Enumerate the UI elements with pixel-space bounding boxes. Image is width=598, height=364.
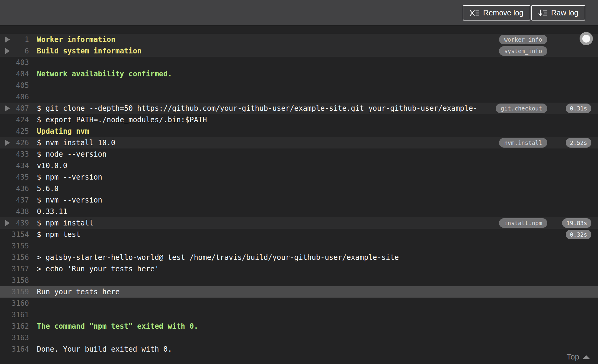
raw-log-button[interactable]: Raw log <box>531 5 585 21</box>
log-line-text: > gatsby-starter-hello-world@ test /home… <box>37 252 399 263</box>
log-row: 437 $ nvm --version <box>0 194 598 206</box>
step-badge: system_info <box>499 46 547 56</box>
line-number[interactable]: 3155 <box>0 240 29 252</box>
log-line-text: $ npm --version <box>37 171 102 183</box>
log-row: 3162 The command "npm test" exited with … <box>0 321 598 332</box>
log-line-text: 0.33.11 <box>37 206 67 217</box>
log-row: 405 <box>0 80 598 91</box>
log-line-text: The command "npm test" exited with 0. <box>37 321 198 332</box>
log-row: 3164 Done. Your build exited with 0. <box>0 343 598 355</box>
log-row: 404 Network availability confirmed. <box>0 68 598 80</box>
build-log: 1 Worker information worker_info 6 Build… <box>0 27 598 364</box>
log-row: 6 Build system information system_info <box>0 45 598 57</box>
log-line-text: > echo 'Run your tests here' <box>37 263 159 275</box>
line-number[interactable]: 3159 <box>0 286 29 298</box>
top-label: Top <box>567 352 579 362</box>
log-line-text: 5.6.0 <box>37 183 59 194</box>
raw-log-icon <box>538 9 547 17</box>
log-row: 439 $ npm install install.npm 19.83s <box>0 217 598 229</box>
log-line-text: v10.0.0 <box>37 160 67 171</box>
scroll-indicator[interactable] <box>580 32 593 45</box>
log-line-text: $ npm install <box>37 217 94 229</box>
line-number[interactable]: 3156 <box>0 252 29 263</box>
log-row: 436 5.6.0 <box>0 183 598 194</box>
duration-badge: 19.83s <box>562 218 591 228</box>
line-number[interactable]: 405 <box>0 80 29 91</box>
line-number[interactable]: 6 <box>0 45 29 57</box>
log-row: 3160 <box>0 298 598 309</box>
log-row: 406 <box>0 91 598 103</box>
log-line-text: $ npm test <box>37 229 81 240</box>
step-badge: install.npm <box>499 218 547 228</box>
line-number[interactable]: 3161 <box>0 309 29 321</box>
log-row: 3161 <box>0 309 598 321</box>
scroll-indicator-dot <box>582 35 590 43</box>
log-row: 426 $ nvm install 10.0 nvm.install 2.52s <box>0 137 598 148</box>
step-badge: nvm.install <box>499 138 547 148</box>
log-line-text: $ export PATH=./node_modules/.bin:$PATH <box>37 114 207 126</box>
log-row: 1 Worker information worker_info <box>0 34 598 45</box>
log-line-text: Updating nvm <box>37 126 89 137</box>
log-row: 403 <box>0 57 598 68</box>
remove-log-button[interactable]: Remove log <box>463 5 530 21</box>
log-row: 425 Updating nvm <box>0 126 598 137</box>
line-number[interactable]: 438 <box>0 206 29 217</box>
log-line-text: Network availability confirmed. <box>37 68 172 80</box>
remove-log-icon <box>470 9 479 17</box>
line-number[interactable]: 3160 <box>0 298 29 309</box>
log-line-text: $ node --version <box>37 148 107 160</box>
line-number[interactable]: 406 <box>0 91 29 103</box>
remove-log-label: Remove log <box>483 8 523 17</box>
line-number[interactable]: 3163 <box>0 332 29 343</box>
log-line-text: Done. Your build exited with 0. <box>37 343 172 355</box>
line-number[interactable]: 407 <box>0 103 29 114</box>
log-row: 407 $ git clone --depth=50 https://githu… <box>0 103 598 114</box>
log-line-text: $ nvm install 10.0 <box>37 137 115 148</box>
log-row: 3163 <box>0 332 598 343</box>
duration-badge: 0.32s <box>566 230 591 239</box>
log-row: 3156 > gatsby-starter-hello-world@ test … <box>0 252 598 263</box>
log-row: 435 $ npm --version <box>0 171 598 183</box>
duration-badge: 0.31s <box>566 104 591 113</box>
log-row: 438 0.33.11 <box>0 206 598 217</box>
log-line-text: $ git clone --depth=50 https://github.co… <box>37 103 477 114</box>
scroll-to-top-link[interactable]: Top <box>567 352 590 362</box>
log-row: 3155 <box>0 240 598 252</box>
line-number[interactable]: 426 <box>0 137 29 148</box>
line-number[interactable]: 3162 <box>0 321 29 332</box>
line-number[interactable]: 3154 <box>0 229 29 240</box>
log-line-text: Build system information <box>37 45 142 57</box>
line-number[interactable]: 1 <box>0 34 29 45</box>
line-number[interactable]: 403 <box>0 57 29 68</box>
log-line-text: Run your tests here <box>37 286 120 298</box>
up-arrow-icon <box>582 355 590 359</box>
line-number[interactable]: 439 <box>0 217 29 229</box>
line-number[interactable]: 436 <box>0 183 29 194</box>
log-row: 3154 $ npm test 0.32s <box>0 229 598 240</box>
log-row: 3159 Run your tests here <box>0 286 598 298</box>
log-row: 434 v10.0.0 <box>0 160 598 171</box>
log-row: 3157 > echo 'Run your tests here' <box>0 263 598 275</box>
line-number[interactable]: 437 <box>0 194 29 206</box>
line-number[interactable]: 424 <box>0 114 29 126</box>
duration-badge: 2.52s <box>566 138 591 148</box>
log-toolbar: Remove log Raw log <box>0 0 598 26</box>
log-row: 424 $ export PATH=./node_modules/.bin:$P… <box>0 114 598 126</box>
line-number[interactable]: 435 <box>0 171 29 183</box>
log-row: 433 $ node --version <box>0 148 598 160</box>
step-badge: git.checkout <box>496 104 547 113</box>
line-number[interactable]: 434 <box>0 160 29 171</box>
line-number[interactable]: 3158 <box>0 275 29 286</box>
line-number[interactable]: 433 <box>0 148 29 160</box>
line-number[interactable]: 425 <box>0 126 29 137</box>
raw-log-label: Raw log <box>551 8 578 17</box>
line-number[interactable]: 404 <box>0 68 29 80</box>
line-number[interactable]: 3164 <box>0 343 29 355</box>
step-badge: worker_info <box>499 35 547 44</box>
log-line-text: $ nvm --version <box>37 194 102 206</box>
line-number[interactable]: 3157 <box>0 263 29 275</box>
log-row: 3158 <box>0 275 598 286</box>
log-line-text: Worker information <box>37 34 115 45</box>
